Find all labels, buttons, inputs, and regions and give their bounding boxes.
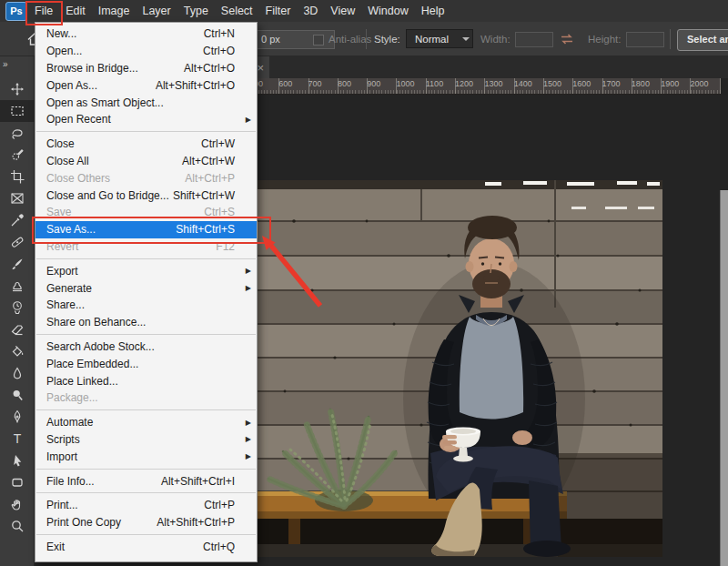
menu-item[interactable]: Close All Alt+Ctrl+W bbox=[35, 153, 257, 170]
menu-item[interactable]: Share... bbox=[35, 297, 257, 314]
ruler-tick-label: 800 bbox=[338, 79, 367, 88]
menu-item[interactable]: Scripts ▶ bbox=[35, 431, 257, 449]
spot-healing-brush-tool-button[interactable] bbox=[0, 231, 35, 253]
menubar-item[interactable]: Image bbox=[92, 0, 136, 22]
menu-item[interactable]: Close Others Alt+Ctrl+P bbox=[35, 169, 257, 187]
gradient-tool-button[interactable] bbox=[0, 340, 35, 362]
magnifier-icon bbox=[10, 519, 25, 533]
menu-item[interactable]: Save Ctrl+S bbox=[35, 204, 257, 221]
menu-item[interactable]: Share on Behance... bbox=[35, 314, 257, 331]
menubar-item[interactable]: Edit bbox=[59, 0, 92, 22]
ruler-tick-label: 1800 bbox=[632, 79, 661, 88]
menu-item[interactable]: Print... Ctrl+P bbox=[35, 497, 257, 514]
height-input[interactable] bbox=[626, 32, 664, 47]
rectangle-shape-tool-button[interactable] bbox=[0, 471, 35, 493]
menu-item[interactable]: Generate ▶ bbox=[35, 279, 257, 297]
menubar-item[interactable]: 3D bbox=[297, 0, 324, 22]
menu-item[interactable]: Open as Smart Object... bbox=[35, 94, 257, 111]
rectangular-marquee-icon bbox=[10, 104, 25, 118]
menubar-item[interactable]: Help bbox=[415, 0, 451, 22]
lasso-tool-button[interactable] bbox=[0, 122, 35, 144]
menubar-item[interactable]: Select bbox=[215, 0, 259, 22]
ruler-tick-label: 1600 bbox=[572, 79, 602, 88]
menu-item[interactable]: Open Recent ▶ bbox=[35, 111, 257, 128]
menu-item[interactable]: Close and Go to Bridge... Shift+Ctrl+W bbox=[35, 187, 257, 204]
type-tool-button[interactable]: T bbox=[0, 428, 35, 450]
quick-selection-tool-button[interactable] bbox=[0, 144, 35, 166]
brush-icon bbox=[10, 257, 25, 271]
menu-item[interactable]: Import ▶ bbox=[35, 448, 257, 465]
ruler-tick-label: 1200 bbox=[455, 79, 484, 88]
menu-item[interactable]: Print One Copy Alt+Shift+Ctrl+P bbox=[35, 514, 257, 531]
menu-item[interactable]: Package... bbox=[35, 389, 257, 407]
menubar-item[interactable]: Type bbox=[177, 0, 215, 22]
ruler-tick-label: 1100 bbox=[426, 79, 455, 88]
menu-item[interactable]: Close Ctrl+W bbox=[35, 136, 257, 153]
menu-item[interactable]: Revert F12 bbox=[35, 238, 257, 256]
menu-item[interactable]: Place Linked... bbox=[35, 372, 257, 389]
crop-icon bbox=[10, 169, 25, 184]
frame-icon bbox=[10, 191, 25, 206]
select-and-mask-button[interactable]: Select and M bbox=[677, 29, 728, 51]
photoshop-window: Ps FileEditImageLayerTypeSelectFilter3DV… bbox=[0, 0, 728, 566]
brush-tool-button[interactable] bbox=[0, 253, 35, 275]
rectangular-marquee-tool-button[interactable] bbox=[0, 100, 35, 122]
menu-item-shortcut: Shift+Ctrl+S bbox=[176, 223, 242, 236]
menu-item[interactable]: Export ▶ bbox=[35, 262, 257, 279]
menu-item[interactable]: New... Ctrl+N bbox=[35, 25, 257, 43]
vertical-scrollbar[interactable] bbox=[720, 190, 728, 566]
swap-width-height-icon[interactable] bbox=[559, 32, 575, 46]
menu-item-shortcut: Alt+Ctrl+W bbox=[182, 155, 242, 167]
blur-tool-button[interactable] bbox=[0, 362, 35, 384]
width-input[interactable] bbox=[515, 32, 553, 47]
menubar-item[interactable]: File bbox=[28, 0, 59, 22]
close-icon[interactable]: × bbox=[257, 62, 264, 74]
ruler-tick-label: 1000 bbox=[396, 79, 425, 88]
ruler-tick-label: 900 bbox=[367, 79, 396, 88]
frame-tool-button[interactable] bbox=[0, 187, 35, 209]
rounded-rectangle-icon bbox=[10, 475, 25, 490]
menubar-item[interactable]: Layer bbox=[136, 0, 177, 22]
menu-item[interactable]: Search Adobe Stock... bbox=[35, 339, 257, 356]
menu-item[interactable]: File Info... Alt+Shift+Ctrl+I bbox=[35, 472, 257, 490]
chevron-down-icon bbox=[462, 37, 470, 41]
hand-tool-button[interactable] bbox=[0, 493, 35, 515]
ruler-tick-label: 1400 bbox=[514, 79, 543, 88]
clone-stamp-tool-button[interactable] bbox=[0, 275, 35, 297]
menu-item[interactable]: Automate ▶ bbox=[35, 414, 257, 431]
crop-tool-button[interactable] bbox=[0, 166, 35, 187]
dodge-tool-button[interactable] bbox=[0, 384, 35, 406]
menu-item[interactable]: Open... Ctrl+O bbox=[35, 43, 257, 60]
menu-item-shortcut: Ctrl+W bbox=[201, 137, 242, 150]
width-label: Width: bbox=[480, 22, 511, 56]
options-separator bbox=[366, 29, 367, 49]
menu-item[interactable]: Open As... Alt+Shift+Ctrl+O bbox=[35, 76, 257, 94]
ruler-tick-label: 1500 bbox=[543, 79, 572, 88]
path-selection-tool-button[interactable] bbox=[0, 450, 35, 471]
options-separator bbox=[670, 29, 671, 49]
pen-tool-button[interactable] bbox=[0, 406, 35, 428]
eraser-tool-button[interactable] bbox=[0, 318, 35, 340]
menu-item[interactable]: Exit Ctrl+Q bbox=[35, 539, 257, 556]
menu-item-label: Print... bbox=[46, 499, 204, 511]
anti-alias-checkbox[interactable] bbox=[313, 35, 324, 45]
menu-item-shortcut: Ctrl+N bbox=[204, 27, 242, 40]
menu-item[interactable]: Browse in Bridge... Alt+Ctrl+O bbox=[35, 60, 257, 77]
menubar-item[interactable]: Window bbox=[361, 0, 414, 22]
menubar-item[interactable]: View bbox=[324, 0, 361, 22]
zoom-tool-button[interactable] bbox=[0, 515, 35, 537]
eyedropper-tool-button[interactable] bbox=[0, 209, 35, 231]
menubar-item[interactable]: Filter bbox=[259, 0, 298, 22]
expand-panel-icon[interactable]: » bbox=[3, 59, 8, 69]
menu-item[interactable]: Save As... Shift+Ctrl+S bbox=[35, 221, 257, 238]
menu-item-label: Place Linked... bbox=[46, 375, 235, 388]
menu-item[interactable]: Place Embedded... bbox=[35, 355, 257, 372]
hand-icon bbox=[10, 497, 25, 511]
menu-separator bbox=[36, 469, 256, 470]
history-brush-tool-button[interactable] bbox=[0, 297, 35, 318]
submenu-arrow-icon: ▶ bbox=[242, 267, 251, 275]
svg-text:T: T bbox=[14, 431, 22, 446]
water-drop-icon bbox=[10, 366, 25, 380]
menu-item-label: Generate bbox=[46, 282, 235, 295]
move-tool-button[interactable] bbox=[0, 78, 35, 100]
